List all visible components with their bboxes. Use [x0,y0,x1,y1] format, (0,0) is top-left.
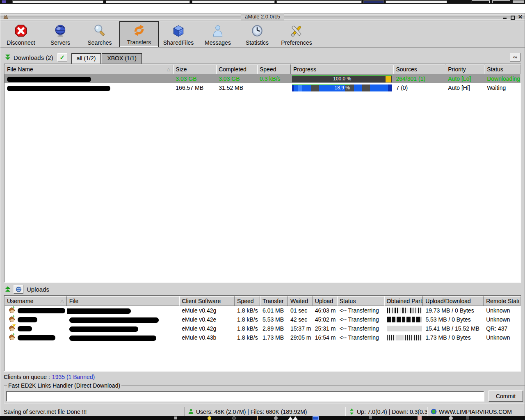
download-row[interactable]: 3.03 GB 3.03 GB 0.3 kB/s 100.0 % 264/301… [5,74,520,83]
column-header-sources[interactable]: Sources [393,64,445,74]
redacted-filename [7,86,110,91]
toolbar-label: SharedFiles [163,39,194,46]
progress-bar: 18.9 % [292,84,393,91]
column-header-transfer[interactable]: Transfer [260,296,288,306]
taskbar-window-button[interactable] [106,0,190,3]
tab-xbox[interactable]: XBOX (1/1) [102,53,142,64]
column-header-speed[interactable]: Speed [257,64,291,74]
upload-waited: 01 sec [288,306,313,315]
column-header-status[interactable]: Status [337,296,384,306]
taskbar-window-button[interactable] [363,0,384,3]
taskbar-window-button[interactable] [192,0,275,3]
obtained-parts-bar [387,335,422,340]
column-header-remote[interactable]: Remote Status [484,296,520,306]
sort-ascending-icon: △ [167,66,170,72]
taskbar-icon [257,416,258,420]
queue-value: 1935 (1 Banned) [52,374,95,380]
status-bar: Saving of server.met file Done !!! Users… [0,407,525,416]
toolbar-button-searches[interactable]: Searches [80,21,119,47]
show-clients-button[interactable] [14,285,23,294]
friend-plus-badge: + [12,315,15,318]
column-header-obtained[interactable]: Obtained Parts [384,296,423,306]
column-header-speed[interactable]: Speed [235,296,260,306]
amule-window: aMule 2.0.0rc5 ✕ Disconnect Servers Sear… [0,13,525,416]
column-header-client[interactable]: Client Software [179,296,235,306]
download-progress-cell: 18.9 % [291,83,394,92]
download-speed: 0.3 kB/s [257,74,291,83]
column-header-waited[interactable]: Waited [288,296,313,306]
taskbar-tray-area [513,0,524,3]
ed2k-link-input[interactable] [6,391,484,402]
upload-speed: 1.8 kB/s [235,306,260,315]
view-toggle-button[interactable]: ∞ [510,53,520,62]
taskbar-icon [313,416,319,420]
upload-updown: 19.73 MB / 0 Bytes [423,306,484,315]
titlebar[interactable]: aMule 2.0.0rc5 ✕ [0,13,525,21]
toolbar-separator [0,47,525,51]
column-header-completed[interactable]: Completed [216,64,257,74]
taskbar-icon [232,416,236,420]
upload-row[interactable]: + eMule v0.43b 1.8 kB/s 1.73 MB 29:05 m … [5,333,520,342]
column-header-progress[interactable]: Progress [291,64,394,74]
uploads-title: Uploads [27,286,49,293]
download-progress-cell: 100.0 % [291,74,394,83]
toolbar-button-preferences[interactable]: Preferences [277,21,316,47]
commit-button[interactable]: Commit [488,390,523,402]
upload-row[interactable]: + eMule v0.42e 1.8 kB/s 5.53 MB 42 sec 4… [5,315,520,324]
clear-completed-button[interactable]: ✓ [57,53,67,62]
toolbar-button-transfers[interactable]: Transfers [119,21,159,47]
upload-speed: 1.8 kB/s [235,324,260,333]
toolbar-button-statistics[interactable]: Statistics [237,21,277,47]
transfers-arrows-icon [132,23,146,39]
statistics-clock-icon [250,24,264,39]
search-icon [93,24,107,39]
upload-row[interactable]: ★ eMule v0.42g 1.8 kB/s 2.89 MB 15:37 m … [5,324,520,333]
download-completed: 31.52 MB [216,83,257,92]
column-header-size[interactable]: Size [173,64,216,74]
upload-client: eMule v0.42g [179,306,235,315]
taskbar-icon [466,416,469,420]
taskbar-window-button[interactable] [386,0,447,3]
close-button[interactable]: ✕ [518,14,523,20]
column-header-file[interactable]: File [67,296,180,306]
upload-status: <-- Transferring [337,333,384,342]
progress-percent: 100.0 % [333,76,351,82]
toolbar-label: Preferences [281,39,312,46]
messages-person-icon [211,24,225,39]
taskbar-window-button[interactable] [12,0,103,3]
upload-row[interactable]: + eMule v0.42g 1.8 kB/s 6.01 MB 01 sec 4… [5,306,520,315]
tab-all[interactable]: all (1/2) [71,53,101,64]
window-title: aMule 2.0.0rc5 [241,13,284,21]
taskbar-window-button[interactable] [276,0,362,3]
taskbar-window-button[interactable] [472,0,490,3]
download-row[interactable]: 166.57 MB 31.52 MB 18.9 % 7 (0) Auto [Hi… [5,83,520,92]
column-header-status[interactable]: Status [484,64,520,74]
background-taskbar-bottom [0,416,525,420]
taskbar-icon [293,416,298,420]
column-header-filename[interactable]: File Name△ [5,64,173,74]
obtained-parts-bar [387,326,422,331]
redacted-username [18,308,65,313]
preferences-tools-icon [290,24,304,39]
minimize-button[interactable] [502,14,507,20]
column-header-priority[interactable]: Priority [445,64,484,74]
upload-status: <-- Transferring [337,306,384,315]
column-header-upload[interactable]: Upload [313,296,337,306]
toolbar-button-disconnect[interactable]: Disconnect [1,21,41,47]
maximize-button[interactable] [510,14,515,20]
upload-uploadtime: 46:03 m [313,306,337,315]
redacted-filename [69,336,156,341]
toolbar-button-servers[interactable]: Servers [41,21,80,47]
column-header-updown[interactable]: Upload/Download [423,296,484,306]
green-check-icon: ✓ [59,54,65,61]
upload-remote-status: Unknown [484,306,520,315]
redacted-username [18,317,37,322]
redacted-filename [69,317,159,323]
taskbar-window-button[interactable] [492,0,510,3]
toolbar-button-messages[interactable]: Messages [198,21,237,47]
obtained-parts-bar [387,317,422,322]
ed2k-links-handler: Fast ED2K Links Handler (Direct Download… [4,382,525,404]
redacted-username [18,335,55,340]
toolbar-button-sharedfiles[interactable]: SharedFiles [159,21,198,47]
column-header-username[interactable]: Username△ [5,296,67,306]
